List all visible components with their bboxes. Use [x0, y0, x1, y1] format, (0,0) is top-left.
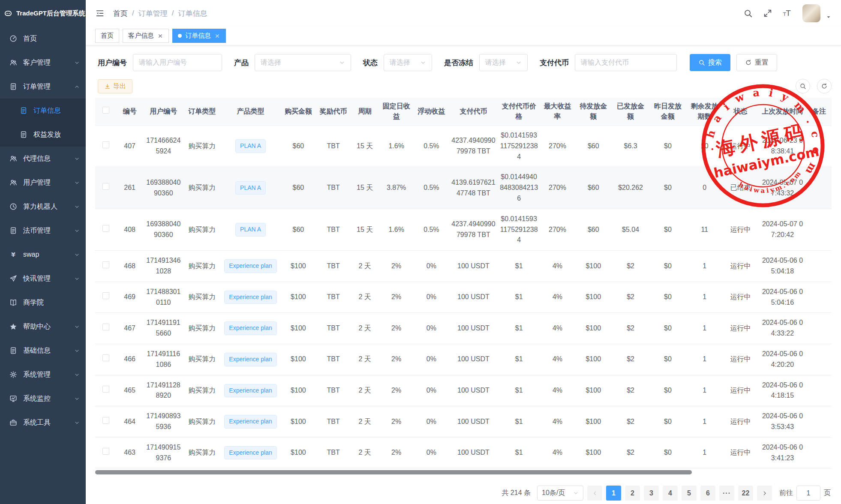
table-row[interactable]: 4681714913461028购买算力Experience plan$100T… [95, 251, 832, 282]
pay-token-input[interactable] [581, 59, 671, 66]
collapse-sidebar-icon[interactable] [95, 9, 105, 18]
page-button-22[interactable]: 22 [738, 486, 753, 501]
tab-客户信息[interactable]: 客户信息 [123, 29, 169, 43]
table-row[interactable]: 4071714666245924购买算力PLAN A$60TBT15 天1.6%… [95, 126, 832, 167]
table-row[interactable]: 40816938804090360购买算力PLAN A$60TBT15 天1.6… [95, 209, 832, 250]
cell-yesterday: $0 [649, 126, 686, 167]
users-icon [9, 59, 17, 66]
pagination: 共 214 条 10条/页 123456···22 前往 页 [86, 474, 841, 501]
select-all-checkbox[interactable] [102, 107, 109, 114]
user-avatar[interactable] [802, 4, 820, 22]
status-select[interactable]: 请选择 [384, 54, 432, 71]
sidebar-item-快讯管理[interactable]: 快讯管理 [0, 267, 86, 291]
toggle-search-button[interactable] [796, 79, 810, 93]
page-button-5[interactable]: 5 [682, 486, 697, 501]
cell-pay_token_price: $1 [498, 251, 540, 282]
cell-user_id: 1714666245924 [143, 126, 183, 167]
cell-period: 2 天 [351, 406, 378, 438]
sidebar-subitem-订单信息[interactable]: 订单信息 [0, 99, 86, 123]
page-button-3[interactable]: 3 [644, 486, 659, 501]
product-tag: PLAN A [235, 181, 266, 195]
export-button[interactable]: 导出 [98, 79, 132, 93]
table-row[interactable]: 4661714911161086购买算力Experience plan$100T… [95, 344, 832, 375]
page-button-···[interactable]: ··· [719, 486, 734, 501]
sidebar-item-用户管理[interactable]: 用户管理 [0, 171, 86, 195]
goto-page-input[interactable] [796, 486, 820, 501]
tab-close-icon[interactable] [157, 33, 163, 39]
frozen-select[interactable]: 请选择 [479, 54, 528, 71]
search-button[interactable]: 搜索 [690, 54, 730, 71]
sidebar-item-客户管理[interactable]: 客户管理 [0, 51, 86, 75]
sidebar-item-系统工具[interactable]: 系统工具 [0, 411, 86, 435]
sidebar-subitem-权益发放[interactable]: 权益发放 [0, 123, 86, 147]
row-checkbox[interactable] [102, 292, 109, 299]
row-checkbox[interactable] [102, 261, 109, 268]
user-id-input[interactable] [139, 59, 216, 66]
scrollbar-thumb[interactable] [95, 470, 692, 474]
fullscreen-icon[interactable] [763, 9, 772, 18]
table-row[interactable]: 4651714911288920购买算力Experience plan$100T… [95, 375, 832, 406]
row-checkbox[interactable] [102, 183, 109, 190]
sidebar-item-系统管理[interactable]: 系统管理 [0, 363, 86, 387]
row-checkbox[interactable] [102, 354, 109, 361]
row-checkbox[interactable] [102, 324, 109, 330]
sidebar-item-订单管理[interactable]: 订单管理 [0, 75, 86, 99]
cell-floating: 0% [414, 282, 449, 313]
cell-yesterday: $0 [649, 167, 686, 209]
tab-订单信息[interactable]: 订单信息 [172, 29, 226, 43]
table-row[interactable]: 4631714909159376购买算力Experience plan$100T… [95, 437, 832, 468]
row-checkbox[interactable] [102, 448, 109, 455]
sidebar-item-代理信息[interactable]: 代理信息 [0, 147, 86, 171]
tab-首页[interactable]: 首页 [95, 29, 119, 43]
search-icon[interactable] [743, 9, 753, 18]
prev-page-button[interactable] [587, 486, 602, 501]
cell-period: 2 天 [351, 375, 378, 406]
row-checkbox[interactable] [102, 417, 109, 424]
cell-status: 运行中 [723, 251, 758, 282]
page-button-6[interactable]: 6 [700, 486, 715, 501]
app-title: TradeGPT后台管理系统 [16, 9, 85, 18]
document-icon [9, 227, 17, 234]
page-button-2[interactable]: 2 [625, 486, 640, 501]
row-checkbox[interactable] [102, 141, 109, 148]
sidebar-item-swap[interactable]: ¥swap [0, 243, 86, 267]
sidebar-item-法币管理[interactable]: 法币管理 [0, 219, 86, 243]
row-checkbox[interactable] [102, 225, 109, 232]
pay-token-field[interactable] [575, 54, 677, 71]
product-select[interactable]: 请选择 [255, 54, 351, 71]
table-row[interactable]: 26116938804090360购买算力PLAN A$60TBT15 天3.8… [95, 167, 832, 209]
sidebar-item-首页[interactable]: 首页 [0, 27, 86, 51]
next-page-button[interactable] [757, 486, 772, 501]
cell-order_type: 购买算力 [183, 167, 220, 209]
breadcrumb-item-home[interactable]: 首页 [113, 9, 128, 18]
page-button-4[interactable]: 4 [663, 486, 678, 501]
dashboard-icon [9, 35, 17, 42]
sidebar-item-商学院[interactable]: 商学院 [0, 291, 86, 315]
column-header-remaining: 剩余发放期数 [686, 98, 723, 126]
reset-button[interactable]: 重置 [736, 54, 777, 71]
table-row[interactable]: 4691714883010110购买算力Experience plan$100T… [95, 282, 832, 313]
reset-button-label: 重置 [755, 58, 769, 67]
sidebar-item-算力机器人[interactable]: 算力机器人 [0, 195, 86, 219]
document-icon [9, 83, 17, 90]
font-size-icon[interactable]: TT [783, 9, 792, 18]
main-area: 首页 / 订单管理 / 订单信息 TT 首页客户信息订单信息 用户编号 产品 请… [86, 0, 841, 504]
cell-buy_amount: $100 [281, 406, 316, 438]
user-id-field[interactable] [133, 54, 222, 71]
table-row[interactable]: 4641714908935936购买算力Experience plan$100T… [95, 406, 832, 438]
caret-down-icon[interactable] [826, 14, 832, 20]
table-row[interactable]: 4671714911915660购买算力Experience plan$100T… [95, 313, 832, 344]
row-checkbox[interactable] [102, 386, 109, 393]
page-size-select[interactable]: 10条/页 [537, 486, 583, 501]
cell-issued: $2 [612, 375, 649, 406]
sidebar-item-基础信息[interactable]: 基础信息 [0, 339, 86, 363]
cell-buy_amount: $100 [281, 437, 316, 468]
sidebar-item-帮助中心[interactable]: 帮助中心 [0, 315, 86, 339]
cell-checkbox [95, 126, 116, 167]
cell-reward_token: TBT [316, 375, 351, 406]
sidebar-item-系统监控[interactable]: 系统监控 [0, 387, 86, 411]
page-button-1[interactable]: 1 [606, 486, 621, 501]
chevron-down-icon [74, 276, 80, 282]
refresh-table-button[interactable] [817, 79, 832, 93]
tab-close-icon[interactable] [214, 33, 220, 39]
